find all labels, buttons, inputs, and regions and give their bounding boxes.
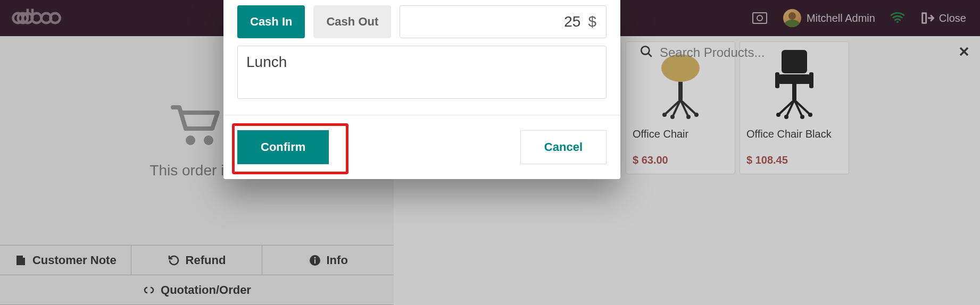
- quotation-order-button[interactable]: Quotation/Order: [0, 275, 394, 305]
- currency-symbol: $: [588, 13, 596, 30]
- confirm-button[interactable]: Confirm: [237, 130, 329, 164]
- svg-rect-6: [753, 13, 767, 23]
- amount-input[interactable]: [410, 13, 580, 30]
- quotation-label: Quotation/Order: [161, 283, 251, 297]
- svg-point-8: [896, 21, 899, 23]
- svg-point-13: [314, 257, 315, 258]
- cash-modal: Cash In Cash Out $ Confirm Cancel: [223, 0, 620, 179]
- svg-point-14: [641, 46, 649, 54]
- cash-in-tab[interactable]: Cash In: [237, 5, 305, 38]
- refund-button[interactable]: Refund: [131, 245, 263, 275]
- close-button[interactable]: Close: [920, 11, 966, 26]
- close-label: Close: [939, 12, 966, 24]
- reason-textarea[interactable]: [246, 54, 597, 89]
- avatar: [783, 9, 801, 27]
- order-actions: Customer Note Refund Info Quotation/Orde…: [0, 245, 394, 305]
- customer-note-label: Customer Note: [32, 253, 117, 267]
- svg-rect-12: [314, 259, 315, 264]
- svg-point-7: [757, 15, 762, 21]
- amount-field-wrap[interactable]: $: [400, 5, 607, 38]
- info-label: Info: [327, 253, 348, 267]
- svg-point-10: [204, 135, 213, 145]
- refund-label: Refund: [186, 253, 226, 267]
- cart-icon: [170, 102, 223, 154]
- clear-search-icon[interactable]: [958, 45, 970, 60]
- customer-note-button[interactable]: Customer Note: [0, 245, 131, 275]
- cancel-button[interactable]: Cancel: [520, 130, 607, 164]
- user-name: Mitchell Admin: [807, 12, 875, 24]
- search-icon: [640, 45, 653, 61]
- search-bar[interactable]: Search Products...: [631, 36, 980, 69]
- info-button[interactable]: Info: [262, 245, 394, 275]
- reason-field-wrap[interactable]: [237, 46, 607, 99]
- svg-line-15: [648, 53, 652, 57]
- svg-point-9: [186, 135, 195, 145]
- search-placeholder: Search Products...: [660, 45, 958, 60]
- wifi-icon: [890, 10, 905, 27]
- odoo-logo[interactable]: [11, 0, 76, 36]
- user-menu[interactable]: Mitchell Admin: [783, 9, 875, 27]
- cash-register-icon[interactable]: [752, 12, 767, 24]
- cash-out-tab[interactable]: Cash Out: [313, 5, 391, 38]
